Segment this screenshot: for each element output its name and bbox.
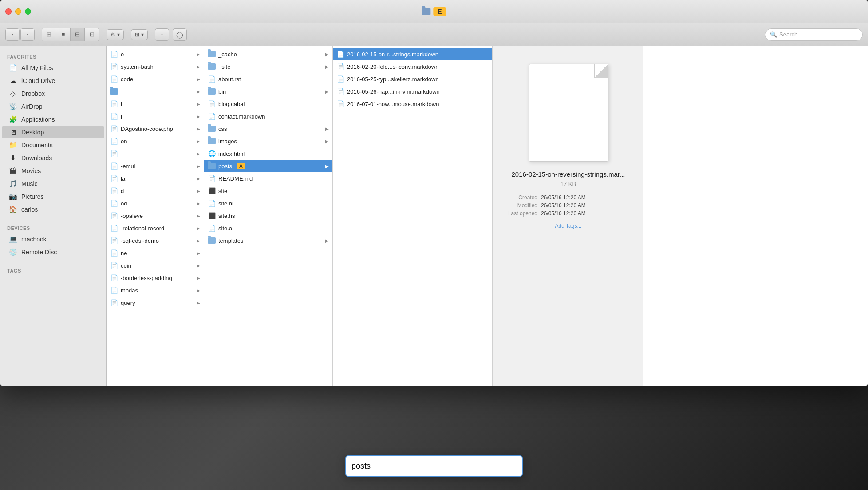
file-icon: 📄: [110, 112, 118, 120]
list-item[interactable]: 🌐 index.html: [204, 147, 332, 160]
list-item-file5[interactable]: 📄 2016-07-01-now...mouse.markdown: [333, 98, 492, 110]
list-item[interactable]: 📄 l ▶: [107, 98, 204, 110]
list-item[interactable]: 📄 l ▶: [107, 110, 204, 122]
minimize-button[interactable]: [15, 8, 21, 15]
list-item[interactable]: 📄 ▶: [107, 147, 204, 160]
list-item[interactable]: 📄 system-bash ▶: [107, 60, 204, 73]
sidebar-item-music[interactable]: 🎵 Music: [2, 178, 104, 190]
view-cover-button[interactable]: ⊡: [85, 28, 99, 41]
folder-icon: [208, 50, 216, 58]
list-item[interactable]: ⬛ site.hs: [204, 209, 332, 222]
tag-button[interactable]: ◯: [173, 28, 187, 41]
action-button[interactable]: ⚙ ▾: [107, 29, 124, 40]
sidebar-item-icloud-drive[interactable]: ☁ iCloud Drive: [2, 75, 104, 87]
preview-panel: 2016-02-15-on-reversing-strings.mar... 1…: [493, 46, 643, 386]
desktop-icon: 🖥: [9, 128, 17, 136]
folder-icon: [208, 63, 216, 71]
list-item-file4[interactable]: 📄 2016-05-26-hap...in-nvim.markdown: [333, 85, 492, 98]
list-item[interactable]: 📄 DAgostino-code.php ▶: [107, 122, 204, 135]
list-item[interactable]: _site ▶: [204, 60, 332, 73]
all-my-files-icon: 📄: [9, 64, 17, 72]
list-item-file3[interactable]: 📄 2016-05-25-typ...skellerz.markdown: [333, 73, 492, 85]
sidebar-label-carlos: carlos: [21, 206, 38, 213]
forward-button[interactable]: ›: [20, 28, 35, 41]
devices-header: Devices: [0, 221, 106, 233]
list-item[interactable]: bin ▶: [204, 85, 332, 98]
file-icon: 📄: [110, 274, 118, 282]
list-item[interactable]: 📄 -relational-record ▶: [107, 222, 204, 234]
sidebar-item-airdrop[interactable]: 📡 AirDrop: [2, 100, 104, 113]
share-button[interactable]: ↑: [155, 28, 169, 41]
rename-input[interactable]: [345, 455, 523, 477]
list-item[interactable]: 📄 site.o: [204, 222, 332, 234]
list-item[interactable]: 📄 README.md: [204, 172, 332, 185]
sidebar-item-documents[interactable]: 📁 Documents: [2, 139, 104, 151]
file-icon: 📄: [110, 50, 118, 58]
arrange-button[interactable]: ⊞ ▾: [131, 29, 148, 40]
list-item[interactable]: 📄 blog.cabal: [204, 98, 332, 110]
file-icon: 📄: [336, 50, 344, 58]
list-item[interactable]: 📄 coin ▶: [107, 259, 204, 272]
list-item-templates[interactable]: templates ▶: [204, 234, 332, 247]
file-icon: 📄: [110, 63, 118, 71]
search-bar[interactable]: 🔍 Search: [765, 28, 863, 41]
file-icon: 📄: [208, 174, 216, 182]
list-item[interactable]: 📄 code ▶: [107, 73, 204, 85]
file-icon: 📄: [336, 63, 344, 71]
view-column-button[interactable]: ⊟: [71, 28, 85, 41]
view-list-button[interactable]: ≡: [56, 28, 71, 41]
sidebar-label-remote-disc: Remote Disc: [21, 249, 57, 256]
sidebar-label-documents: Documents: [21, 142, 53, 149]
sidebar-item-applications[interactable]: 🧩 Applications: [2, 113, 104, 126]
file-icon: 📄: [110, 75, 118, 83]
sidebar-item-carlos[interactable]: 🏠 carlos: [2, 203, 104, 216]
list-item-file1[interactable]: 📄 2016-02-15-on-r...strings.markdown: [333, 48, 492, 60]
sidebar-item-remote-disc[interactable]: 💿 Remote Disc: [2, 246, 104, 258]
folder-icon: [208, 87, 216, 95]
list-item[interactable]: ▶: [107, 85, 204, 98]
list-item[interactable]: 📄 la ▶: [107, 172, 204, 185]
back-button[interactable]: ‹: [5, 28, 20, 41]
sidebar-item-downloads[interactable]: ⬇ Downloads: [2, 152, 104, 164]
list-item-posts[interactable]: posts A ▶: [204, 160, 332, 172]
view-icon-button[interactable]: ⊞: [42, 28, 56, 41]
sidebar-item-all-my-files[interactable]: 📄 All My Files: [2, 62, 104, 74]
file-icon: 📄: [208, 100, 216, 108]
list-item[interactable]: 📄 d ▶: [107, 185, 204, 197]
list-item[interactable]: 📄 ne ▶: [107, 247, 204, 259]
add-tags-link[interactable]: Add Tags...: [555, 223, 582, 229]
list-item[interactable]: css ▶: [204, 122, 332, 135]
list-item[interactable]: images ▶: [204, 135, 332, 147]
close-button[interactable]: [5, 8, 12, 15]
list-item[interactable]: 📄 contact.markdown: [204, 110, 332, 122]
list-item[interactable]: 📄 -emul ▶: [107, 160, 204, 172]
maximize-button[interactable]: [25, 8, 31, 15]
sidebar-item-macbook[interactable]: 💻 macbook: [2, 233, 104, 245]
sidebar-item-desktop[interactable]: 🖥 Desktop: [2, 126, 104, 138]
list-item[interactable]: 📄 mbdas ▶: [107, 284, 204, 296]
list-item-file2[interactable]: 📄 2016-02-20-fold...s-iconv.markdown: [333, 60, 492, 73]
list-item[interactable]: ⬛ site: [204, 185, 332, 197]
list-item[interactable]: 📄 query ▶: [107, 296, 204, 309]
sidebar-item-dropbox[interactable]: ◇ Dropbox: [2, 87, 104, 100]
folder-icon: [208, 125, 216, 133]
list-item[interactable]: _cache ▶: [204, 48, 332, 60]
sidebar-label-applications: Applications: [21, 116, 55, 123]
preview-size: 17 KB: [560, 181, 576, 187]
list-item[interactable]: 📄 od ▶: [107, 197, 204, 209]
list-item[interactable]: 📄 -opaleye ▶: [107, 209, 204, 222]
airdrop-icon: 📡: [9, 103, 17, 111]
list-item[interactable]: 📄 -borderless-padding ▶: [107, 272, 204, 284]
list-item[interactable]: 📄 on ▶: [107, 135, 204, 147]
list-item[interactable]: 📄 e ▶: [107, 48, 204, 60]
list-item[interactable]: 📄 about.rst: [204, 73, 332, 85]
sidebar-item-movies[interactable]: 🎬 Movies: [2, 165, 104, 177]
tags-header: Tags: [0, 264, 106, 275]
sidebar-item-pictures[interactable]: 📷 Pictures: [2, 190, 104, 203]
modified-value: 26/05/16 12:20 AM: [541, 202, 635, 209]
list-item[interactable]: 📄 site.hi: [204, 197, 332, 209]
created-label: Created: [502, 194, 537, 201]
file-icon: 📄: [110, 224, 118, 232]
list-item[interactable]: 📄 -sql-edsl-demo ▶: [107, 234, 204, 247]
main-content: Favorites 📄 All My Files ☁ iCloud Drive …: [0, 46, 868, 386]
